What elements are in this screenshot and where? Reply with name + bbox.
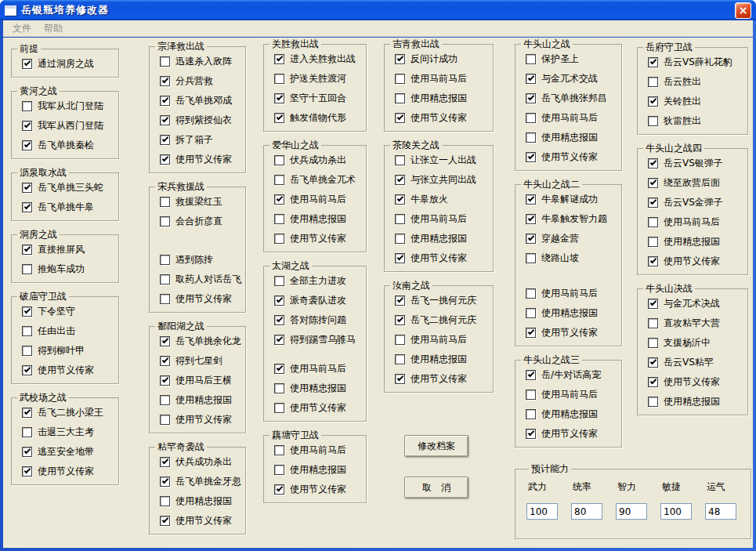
checkbox-row[interactable]: 分兵营救 — [154, 71, 242, 91]
stat-input[interactable] — [571, 503, 602, 520]
checkbox-checked[interactable] — [648, 357, 658, 368]
checkbox-checked[interactable] — [274, 54, 284, 64]
checkbox-checked[interactable] — [160, 336, 170, 346]
checkbox-checked[interactable] — [160, 516, 170, 526]
checkbox-row[interactable]: 伏兵成功杀出 — [269, 150, 363, 170]
checkbox-row[interactable]: 得到七星剑 — [154, 351, 242, 371]
checkbox-row[interactable]: 使用精忠报国 — [389, 229, 490, 248]
checkbox-row[interactable]: 击退三大主考 — [16, 422, 115, 442]
checkbox-row[interactable]: 迅速杀入敌阵 — [154, 52, 242, 71]
menu-file[interactable]: 文件 — [6, 20, 38, 37]
checkbox-row[interactable]: 使用精忠报国 — [520, 303, 618, 323]
checkbox-checked[interactable] — [22, 202, 32, 212]
stat-input[interactable] — [705, 503, 736, 520]
checkbox-row[interactable]: 使用节义传家 — [154, 150, 242, 169]
checkbox-row[interactable]: 使用节义传家 — [269, 398, 363, 418]
checkbox-row[interactable]: 保护圣上 — [520, 49, 618, 69]
checkbox-checked[interactable] — [274, 113, 284, 123]
checkbox-row[interactable]: 下令坚守 — [16, 302, 115, 321]
checkbox-row[interactable]: 任由出击 — [16, 321, 115, 341]
checkbox-row[interactable]: 使用精忠报国 — [269, 379, 363, 398]
checkbox-row[interactable]: 我军从西门登陆 — [16, 116, 115, 136]
checkbox-row[interactable]: 使用节义传家 — [16, 462, 115, 481]
checkbox-row[interactable]: 岳云胜出 — [642, 72, 744, 92]
checkbox-row[interactable]: 与金兀术决战 — [642, 294, 744, 314]
checkbox-unchecked[interactable] — [22, 427, 32, 437]
checkbox-unchecked[interactable] — [274, 465, 284, 475]
checkbox-unchecked[interactable] — [648, 116, 658, 126]
checkbox-row[interactable]: 使用节义传家 — [642, 372, 744, 392]
checkbox-row[interactable]: 使用精忠报国 — [154, 491, 242, 511]
checkbox-unchecked[interactable] — [526, 132, 536, 143]
checkbox-unchecked[interactable] — [526, 113, 536, 123]
checkbox-row[interactable]: 关铃胜出 — [642, 92, 744, 111]
cancel-button[interactable]: 取 消 — [404, 477, 468, 498]
checkbox-checked[interactable] — [22, 365, 32, 375]
checkbox-row[interactable]: 使用马前马后 — [269, 190, 363, 209]
checkbox-row[interactable]: 使用马前马后 — [269, 359, 363, 379]
checkbox-checked[interactable] — [648, 256, 658, 266]
checkbox-checked[interactable] — [160, 76, 170, 86]
checkbox-unchecked[interactable] — [160, 197, 170, 207]
checkbox-checked[interactable] — [22, 183, 32, 193]
checkbox-row[interactable]: 牛皋触发智力题 — [520, 209, 618, 229]
checkbox-row[interactable]: 得到柳叶甲 — [16, 341, 115, 361]
checkbox-checked[interactable] — [160, 115, 170, 125]
checkbox-checked[interactable] — [395, 194, 405, 205]
checkbox-row[interactable]: 使用马后王横 — [154, 371, 242, 390]
checkbox-row[interactable]: 答对陈抟问题 — [269, 310, 363, 330]
checkbox-unchecked[interactable] — [395, 234, 405, 244]
checkbox-checked[interactable] — [648, 377, 658, 387]
checkbox-checked[interactable] — [395, 374, 405, 384]
checkbox-row[interactable]: 岳飞单挑牛皋 — [16, 198, 115, 217]
checkbox-unchecked[interactable] — [395, 354, 405, 364]
checkbox-checked[interactable] — [160, 375, 170, 386]
checkbox-checked[interactable] — [395, 253, 405, 263]
checkbox-row[interactable]: 使用节义传家 — [520, 424, 618, 444]
checkbox-row[interactable]: 坚守十五回合 — [269, 89, 363, 108]
checkbox-row[interactable]: 使用精忠报国 — [520, 128, 618, 147]
checkbox-row[interactable]: 使用马前马后 — [389, 330, 490, 350]
checkbox-row[interactable]: 岳飞单挑秦桧 — [16, 136, 115, 155]
checkbox-unchecked[interactable] — [526, 253, 536, 263]
checkbox-unchecked[interactable] — [274, 383, 284, 393]
checkbox-unchecked[interactable] — [526, 288, 536, 299]
checkbox-unchecked[interactable] — [648, 338, 658, 348]
checkbox-checked[interactable] — [160, 96, 170, 106]
checkbox-row[interactable]: 穿越金营 — [520, 229, 618, 248]
checkbox-unchecked[interactable] — [274, 276, 284, 286]
checkbox-checked[interactable] — [274, 93, 284, 103]
checkbox-row[interactable]: 使用马前马后 — [520, 108, 618, 128]
checkbox-row[interactable]: 岳飞二挑何元庆 — [389, 310, 490, 330]
checkbox-row[interactable]: 全部主力进攻 — [269, 271, 363, 291]
checkbox-row[interactable]: 触发借物代形 — [269, 108, 363, 128]
checkbox-row[interactable]: 岳飞单挑金牙忽 — [154, 472, 242, 491]
checkbox-row[interactable]: 让张立一人出战 — [389, 150, 490, 170]
checkbox-row[interactable]: 与张立共同出战 — [389, 170, 490, 190]
stat-input[interactable] — [616, 503, 647, 520]
checkbox-unchecked[interactable] — [160, 496, 170, 506]
checkbox-row[interactable]: 会合折彦直 — [154, 212, 242, 231]
checkbox-checked[interactable] — [648, 96, 658, 107]
checkbox-unchecked[interactable] — [526, 308, 536, 318]
checkbox-row[interactable]: 派奇袭队进攻 — [269, 291, 363, 310]
checkbox-checked[interactable] — [395, 54, 405, 64]
checkbox-unchecked[interactable] — [395, 93, 405, 103]
checkbox-unchecked[interactable] — [274, 403, 284, 413]
checkbox-row[interactable]: 护送关胜渡河 — [269, 69, 363, 89]
checkbox-checked[interactable] — [274, 194, 284, 205]
checkbox-row[interactable]: 使用马前马后 — [520, 284, 618, 303]
checkbox-checked[interactable] — [648, 57, 658, 67]
checkbox-checked[interactable] — [648, 198, 658, 208]
checkbox-unchecked[interactable] — [274, 74, 284, 84]
checkbox-checked[interactable] — [648, 178, 658, 188]
checkbox-unchecked[interactable] — [274, 214, 284, 224]
checkbox-row[interactable]: 使用精忠报国 — [642, 392, 744, 411]
checkbox-unchecked[interactable] — [22, 101, 32, 111]
checkbox-unchecked[interactable] — [160, 274, 170, 285]
checkbox-row[interactable]: 使用节义传家 — [269, 229, 363, 248]
checkbox-checked[interactable] — [274, 484, 284, 495]
checkbox-unchecked[interactable] — [274, 155, 284, 165]
checkbox-row[interactable]: 直接推屏风 — [16, 240, 115, 259]
checkbox-unchecked[interactable] — [22, 264, 32, 274]
